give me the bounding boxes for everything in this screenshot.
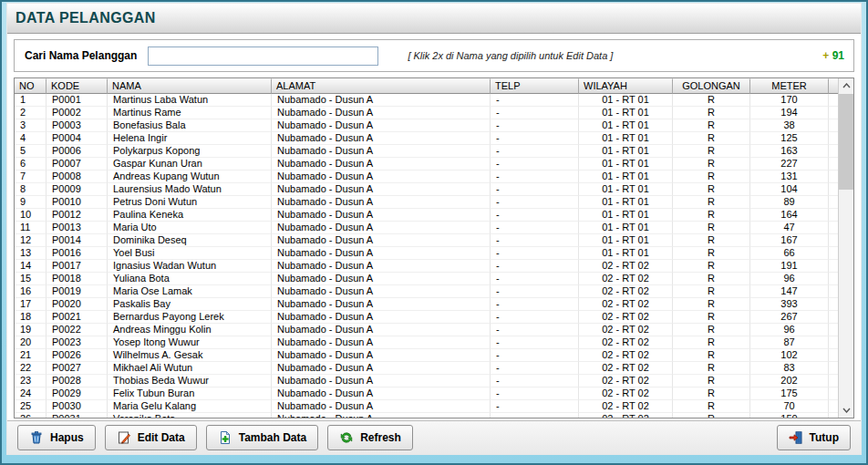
scroll-up-button[interactable]	[839, 78, 853, 93]
table-row[interactable]: 16P0019Maria Ose LamakNubamado - Dusun A…	[15, 285, 838, 298]
cell-wilayah: 01 - RT 01	[579, 119, 673, 132]
cell-kode: P0013	[46, 222, 108, 234]
column-header-meter[interactable]: METER	[750, 78, 829, 94]
column-header-golongan[interactable]: GOLONGAN	[673, 78, 750, 94]
table-row[interactable]: 6P0007Gaspar Kunan UranNubamado - Dusun …	[15, 158, 838, 170]
table-row[interactable]: 10P0012Paulina KenekaNubamado - Dusun A-…	[15, 209, 838, 222]
table-row[interactable]: 11P0013Maria UtoNubamado - Dusun A-01 - …	[15, 222, 838, 234]
tutup-button[interactable]: Tutup	[777, 425, 851, 450]
cell-kode: P0001	[46, 94, 108, 107]
table-row[interactable]: 13P0016Yoel BusiNubamado - Dusun A-01 - …	[15, 247, 838, 260]
cell-filler	[829, 183, 838, 196]
edit-data-button[interactable]: Edit Data	[105, 425, 197, 450]
cell-golongan: R	[673, 158, 750, 170]
cell-kode: P0028	[46, 375, 108, 388]
cell-alamat: Nubamado - Dusun A	[272, 362, 491, 375]
table-row[interactable]: 15P0018Yuliana BotaNubamado - Dusun A-02…	[15, 273, 838, 285]
cell-nama: Yoel Busi	[108, 247, 272, 260]
column-header-alamat[interactable]: ALAMAT	[272, 78, 491, 94]
column-header-no[interactable]: NO	[15, 78, 46, 94]
cell-kode: P0029	[46, 388, 108, 400]
edit-icon	[117, 430, 131, 445]
search-input[interactable]	[148, 46, 378, 66]
cell-nama: Bonefasius Bala	[108, 119, 272, 132]
cell-no: 8	[15, 183, 46, 196]
vertical-scrollbar[interactable]	[838, 78, 853, 418]
table-row[interactable]: 3P0003Bonefasius BalaNubamado - Dusun A-…	[15, 119, 838, 132]
refresh-button[interactable]: Refresh	[327, 425, 413, 450]
cell-telp: -	[491, 400, 579, 413]
table-row[interactable]: 23P0028Thobias Beda WuwurNubamado - Dusu…	[15, 375, 838, 388]
cell-meter: 131	[750, 170, 829, 183]
cell-nama: Maria Uto	[108, 222, 272, 234]
button-label: Tambah Data	[239, 431, 306, 444]
cell-golongan: R	[673, 170, 750, 183]
cell-wilayah: 01 - RT 01	[579, 170, 673, 183]
cell-wilayah: 02 - RT 02	[579, 388, 673, 400]
cell-nama: Thobias Beda Wuwur	[108, 375, 272, 388]
cell-alamat: Nubamado - Dusun A	[272, 247, 491, 260]
cell-kode: P0021	[46, 311, 108, 324]
table-row[interactable]: 17P0020Paskalis BayNubamado - Dusun A-02…	[15, 298, 838, 311]
table-row[interactable]: 26P0031Veronika BotaNubamado - Dusun A-0…	[15, 413, 838, 418]
table-row[interactable]: 5P0006Polykarpus KopongNubamado - Dusun …	[15, 145, 838, 158]
window-content: DATA PELANGGAN Cari Nama Pelanggan [ Kli…	[6, 3, 862, 455]
cell-telp: -	[491, 247, 579, 260]
table-row[interactable]: 19P0022Andreas Minggu KolinNubamado - Du…	[15, 324, 838, 336]
cell-filler	[829, 234, 838, 247]
cell-no: 2	[15, 107, 46, 119]
table-row[interactable]: 22P0027Mikhael Ali WutunNubamado - Dusun…	[15, 362, 838, 375]
door-exit-icon	[789, 430, 803, 445]
cell-meter: 87	[750, 336, 829, 349]
table-row[interactable]: 18P0021Bernardus Payong LerekNubamado - …	[15, 311, 838, 324]
cell-no: 6	[15, 158, 46, 170]
table-row[interactable]: 20P0023Yosep Itong WuwurNubamado - Dusun…	[15, 336, 838, 349]
column-header-filler	[829, 78, 838, 94]
cell-meter: 83	[750, 362, 829, 375]
cell-no: 19	[15, 324, 46, 336]
cell-golongan: R	[673, 285, 750, 298]
tambah-data-button[interactable]: Tambah Data	[206, 425, 318, 450]
cell-kode: P0003	[46, 119, 108, 132]
column-header-telp[interactable]: TELP	[491, 78, 579, 94]
scroll-down-button[interactable]	[839, 403, 853, 418]
cell-no: 20	[15, 336, 46, 349]
table-row[interactable]: 2P0002Martinus RameNubamado - Dusun A-01…	[15, 107, 838, 119]
button-label: Tutup	[810, 431, 839, 444]
cell-wilayah: 02 - RT 02	[579, 336, 673, 349]
cell-wilayah: 01 - RT 01	[579, 222, 673, 234]
column-header-kode[interactable]: KODE	[46, 78, 108, 94]
cell-kode: P0002	[46, 107, 108, 119]
cell-telp: -	[491, 107, 579, 119]
cell-kode: P0030	[46, 400, 108, 413]
record-count-plus: +	[822, 49, 829, 62]
scrollbar-thumb[interactable]	[839, 94, 853, 190]
table-row[interactable]: 14P0017Ignasius Wadan WutunNubamado - Du…	[15, 260, 838, 273]
hapus-button[interactable]: Hapus	[17, 425, 96, 450]
cell-nama: Dominika Deseq	[108, 234, 272, 247]
table-row[interactable]: 21P0026Wilhelmus A. GesakNubamado - Dusu…	[15, 349, 838, 362]
cell-telp: -	[491, 375, 579, 388]
cell-wilayah: 01 - RT 01	[579, 145, 673, 158]
cell-telp: -	[491, 349, 579, 362]
table-row[interactable]: 9P0010Petrus Doni WutunNubamado - Dusun …	[15, 196, 838, 209]
table-row[interactable]: 25P0030Maria Gelu KalangNubamado - Dusun…	[15, 400, 838, 413]
column-header-wilayah[interactable]: WILAYAH	[579, 78, 673, 94]
cell-kode: P0008	[46, 170, 108, 183]
cell-golongan: R	[673, 107, 750, 119]
cell-filler	[829, 285, 838, 298]
cell-no: 17	[15, 298, 46, 311]
cell-filler	[829, 324, 838, 336]
table-row[interactable]: 4P0004Helena IngirNubamado - Dusun A-01 …	[15, 132, 838, 145]
table-row[interactable]: 1P0001Martinus Laba WatunNubamado - Dusu…	[15, 94, 838, 107]
table-row[interactable]: 12P0014Dominika DeseqNubamado - Dusun A-…	[15, 234, 838, 247]
column-header-nama[interactable]: NAMA	[108, 78, 272, 94]
cell-golongan: R	[673, 273, 750, 285]
cell-golongan: R	[673, 375, 750, 388]
table-row[interactable]: 7P0008Andreas Kupang WutunNubamado - Dus…	[15, 170, 838, 183]
cell-no: 1	[15, 94, 46, 107]
cell-nama: Martinus Rame	[108, 107, 272, 119]
table-row[interactable]: 8P0009Laurensius Mado WatunNubamado - Du…	[15, 183, 838, 196]
table-row[interactable]: 24P0029Felix Tubun BuranNubamado - Dusun…	[15, 388, 838, 400]
cell-filler	[829, 260, 838, 273]
